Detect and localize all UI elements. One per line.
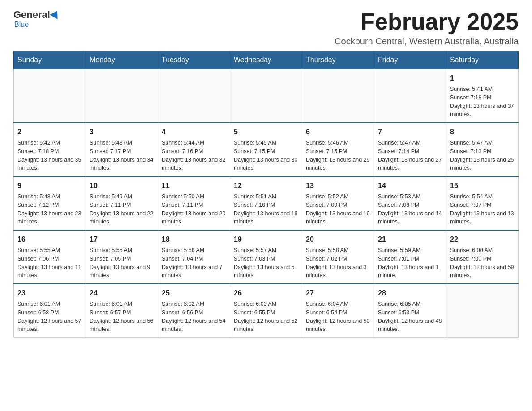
day-number: 17 bbox=[90, 234, 154, 245]
day-info: Sunrise: 6:04 AM Sunset: 6:54 PM Dayligh… bbox=[306, 300, 370, 334]
calendar-cell-w0-d1 bbox=[86, 69, 158, 123]
day-info: Sunrise: 5:53 AM Sunset: 7:08 PM Dayligh… bbox=[378, 193, 442, 226]
header-friday: Friday bbox=[374, 51, 446, 69]
day-info: Sunrise: 5:51 AM Sunset: 7:10 PM Dayligh… bbox=[234, 193, 298, 226]
header-monday: Monday bbox=[86, 51, 158, 69]
day-headers-row: Sunday Monday Tuesday Wednesday Thursday… bbox=[14, 51, 519, 69]
day-number: 16 bbox=[17, 234, 82, 245]
calendar-cell-w0-d4 bbox=[302, 69, 374, 123]
calendar-header: Sunday Monday Tuesday Wednesday Thursday… bbox=[14, 51, 519, 69]
day-number: 4 bbox=[162, 127, 226, 137]
day-info: Sunrise: 6:05 AM Sunset: 6:53 PM Dayligh… bbox=[378, 300, 442, 334]
calendar-cell-w4-d0: 23Sunrise: 6:01 AM Sunset: 6:58 PM Dayli… bbox=[14, 284, 86, 338]
day-info: Sunrise: 6:03 AM Sunset: 6:55 PM Dayligh… bbox=[234, 300, 298, 334]
day-number: 26 bbox=[234, 288, 298, 299]
calendar-cell-w4-d5: 28Sunrise: 6:05 AM Sunset: 6:53 PM Dayli… bbox=[374, 284, 446, 338]
calendar-cell-w3-d0: 16Sunrise: 5:55 AM Sunset: 7:06 PM Dayli… bbox=[14, 230, 86, 284]
header-tuesday: Tuesday bbox=[158, 51, 230, 69]
day-info: Sunrise: 5:59 AM Sunset: 7:01 PM Dayligh… bbox=[378, 246, 442, 280]
calendar-cell-w2-d1: 10Sunrise: 5:49 AM Sunset: 7:11 PM Dayli… bbox=[86, 176, 158, 230]
day-info: Sunrise: 5:43 AM Sunset: 7:17 PM Dayligh… bbox=[90, 139, 154, 172]
calendar-cell-w0-d3 bbox=[230, 69, 302, 123]
calendar-cell-w0-d2 bbox=[158, 69, 230, 123]
week-row-1: 2Sunrise: 5:42 AM Sunset: 7:18 PM Daylig… bbox=[14, 123, 519, 176]
day-info: Sunrise: 5:54 AM Sunset: 7:07 PM Dayligh… bbox=[450, 193, 515, 226]
day-number: 24 bbox=[90, 288, 154, 299]
day-info: Sunrise: 5:46 AM Sunset: 7:15 PM Dayligh… bbox=[306, 139, 370, 172]
title-area: February 2025 Cockburn Central, Western … bbox=[335, 9, 519, 47]
day-number: 28 bbox=[378, 288, 442, 299]
calendar-cell-w0-d5 bbox=[374, 69, 446, 123]
day-info: Sunrise: 5:55 AM Sunset: 7:05 PM Dayligh… bbox=[90, 246, 154, 280]
day-number: 25 bbox=[162, 288, 226, 299]
day-info: Sunrise: 5:47 AM Sunset: 7:14 PM Dayligh… bbox=[378, 139, 442, 172]
day-info: Sunrise: 5:52 AM Sunset: 7:09 PM Dayligh… bbox=[306, 193, 370, 226]
day-info: Sunrise: 5:45 AM Sunset: 7:15 PM Dayligh… bbox=[234, 139, 298, 172]
calendar-cell-w4-d1: 24Sunrise: 6:01 AM Sunset: 6:57 PM Dayli… bbox=[86, 284, 158, 338]
calendar-cell-w1-d6: 8Sunrise: 5:47 AM Sunset: 7:13 PM Daylig… bbox=[446, 123, 519, 176]
day-number: 12 bbox=[234, 180, 298, 191]
day-number: 8 bbox=[450, 127, 515, 137]
day-info: Sunrise: 5:58 AM Sunset: 7:02 PM Dayligh… bbox=[306, 246, 370, 280]
subtitle: Cockburn Central, Western Australia, Aus… bbox=[335, 36, 519, 47]
day-info: Sunrise: 6:02 AM Sunset: 6:56 PM Dayligh… bbox=[162, 300, 226, 334]
header-sunday: Sunday bbox=[14, 51, 86, 69]
day-number: 10 bbox=[90, 180, 154, 191]
logo-triangle-icon bbox=[50, 9, 61, 19]
day-number: 14 bbox=[378, 180, 442, 191]
logo-blue-text: Blue bbox=[14, 21, 29, 28]
day-number: 27 bbox=[306, 288, 370, 299]
calendar-cell-w3-d4: 20Sunrise: 5:58 AM Sunset: 7:02 PM Dayli… bbox=[302, 230, 374, 284]
calendar-cell-w4-d2: 25Sunrise: 6:02 AM Sunset: 6:56 PM Dayli… bbox=[158, 284, 230, 338]
day-number: 23 bbox=[17, 288, 82, 299]
day-number: 7 bbox=[378, 127, 442, 137]
day-info: Sunrise: 6:01 AM Sunset: 6:57 PM Dayligh… bbox=[90, 300, 154, 334]
calendar-cell-w4-d6 bbox=[446, 284, 519, 338]
header-thursday: Thursday bbox=[302, 51, 374, 69]
main-title: February 2025 bbox=[335, 9, 519, 34]
calendar-cell-w4-d4: 27Sunrise: 6:04 AM Sunset: 6:54 PM Dayli… bbox=[302, 284, 374, 338]
day-number: 2 bbox=[17, 127, 82, 137]
calendar-cell-w3-d1: 17Sunrise: 5:55 AM Sunset: 7:05 PM Dayli… bbox=[86, 230, 158, 284]
logo-general-text: General bbox=[13, 9, 50, 21]
calendar-body: 1Sunrise: 5:41 AM Sunset: 7:18 PM Daylig… bbox=[14, 69, 519, 338]
calendar-cell-w3-d6: 22Sunrise: 6:00 AM Sunset: 7:00 PM Dayli… bbox=[446, 230, 519, 284]
calendar-cell-w4-d3: 26Sunrise: 6:03 AM Sunset: 6:55 PM Dayli… bbox=[230, 284, 302, 338]
calendar-cell-w3-d5: 21Sunrise: 5:59 AM Sunset: 7:01 PM Dayli… bbox=[374, 230, 446, 284]
day-number: 5 bbox=[234, 127, 298, 137]
calendar-cell-w1-d4: 6Sunrise: 5:46 AM Sunset: 7:15 PM Daylig… bbox=[302, 123, 374, 176]
day-info: Sunrise: 5:42 AM Sunset: 7:18 PM Dayligh… bbox=[17, 139, 82, 172]
day-number: 21 bbox=[378, 234, 442, 245]
day-info: Sunrise: 5:47 AM Sunset: 7:13 PM Dayligh… bbox=[450, 139, 515, 172]
calendar-cell-w2-d0: 9Sunrise: 5:48 AM Sunset: 7:12 PM Daylig… bbox=[14, 176, 86, 230]
week-row-4: 23Sunrise: 6:01 AM Sunset: 6:58 PM Dayli… bbox=[14, 284, 519, 338]
calendar-cell-w1-d5: 7Sunrise: 5:47 AM Sunset: 7:14 PM Daylig… bbox=[374, 123, 446, 176]
day-number: 11 bbox=[162, 180, 226, 191]
calendar-cell-w1-d0: 2Sunrise: 5:42 AM Sunset: 7:18 PM Daylig… bbox=[14, 123, 86, 176]
header-saturday: Saturday bbox=[446, 51, 519, 69]
day-number: 22 bbox=[450, 234, 515, 245]
day-info: Sunrise: 5:55 AM Sunset: 7:06 PM Dayligh… bbox=[17, 246, 82, 280]
calendar-cell-w2-d6: 15Sunrise: 5:54 AM Sunset: 7:07 PM Dayli… bbox=[446, 176, 519, 230]
calendar-cell-w1-d1: 3Sunrise: 5:43 AM Sunset: 7:17 PM Daylig… bbox=[86, 123, 158, 176]
calendar-cell-w2-d2: 11Sunrise: 5:50 AM Sunset: 7:11 PM Dayli… bbox=[158, 176, 230, 230]
day-info: Sunrise: 5:48 AM Sunset: 7:12 PM Dayligh… bbox=[17, 193, 82, 226]
day-number: 1 bbox=[450, 73, 515, 84]
week-row-3: 16Sunrise: 5:55 AM Sunset: 7:06 PM Dayli… bbox=[14, 230, 519, 284]
logo: General Blue bbox=[13, 9, 60, 29]
calendar-cell-w3-d3: 19Sunrise: 5:57 AM Sunset: 7:03 PM Dayli… bbox=[230, 230, 302, 284]
day-number: 3 bbox=[90, 127, 154, 137]
calendar-cell-w2-d5: 14Sunrise: 5:53 AM Sunset: 7:08 PM Dayli… bbox=[374, 176, 446, 230]
day-info: Sunrise: 5:56 AM Sunset: 7:04 PM Dayligh… bbox=[162, 246, 226, 280]
calendar-table: Sunday Monday Tuesday Wednesday Thursday… bbox=[13, 51, 519, 338]
day-number: 19 bbox=[234, 234, 298, 245]
week-row-0: 1Sunrise: 5:41 AM Sunset: 7:18 PM Daylig… bbox=[14, 69, 519, 123]
page-header: General Blue February 2025 Cockburn Cent… bbox=[13, 9, 519, 47]
calendar-cell-w2-d4: 13Sunrise: 5:52 AM Sunset: 7:09 PM Dayli… bbox=[302, 176, 374, 230]
day-info: Sunrise: 6:01 AM Sunset: 6:58 PM Dayligh… bbox=[17, 300, 82, 334]
day-info: Sunrise: 5:57 AM Sunset: 7:03 PM Dayligh… bbox=[234, 246, 298, 280]
day-info: Sunrise: 5:41 AM Sunset: 7:18 PM Dayligh… bbox=[450, 85, 515, 119]
calendar-cell-w2-d3: 12Sunrise: 5:51 AM Sunset: 7:10 PM Dayli… bbox=[230, 176, 302, 230]
day-number: 20 bbox=[306, 234, 370, 245]
day-info: Sunrise: 5:49 AM Sunset: 7:11 PM Dayligh… bbox=[90, 193, 154, 226]
